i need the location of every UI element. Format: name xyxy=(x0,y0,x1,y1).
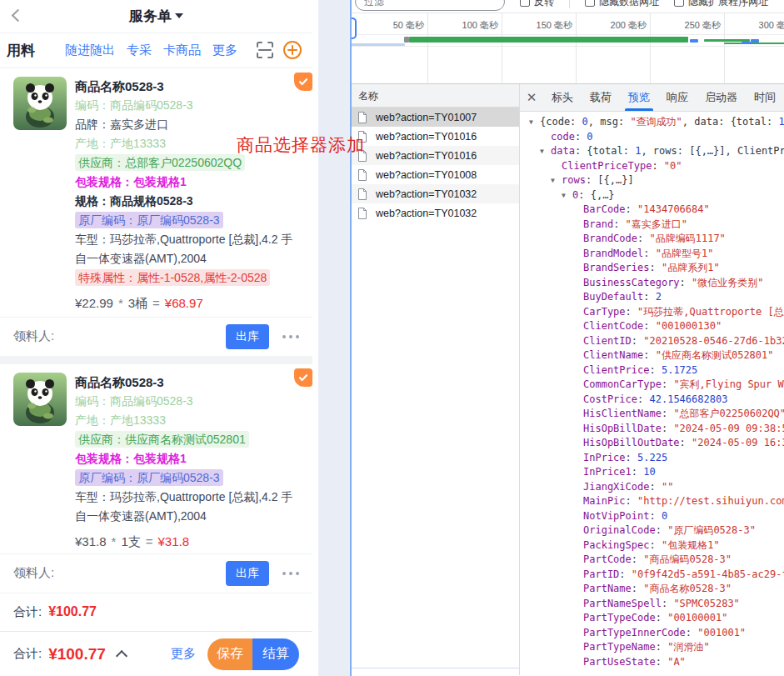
checkbox-label: 隐藏扩展程序网址 xyxy=(688,0,768,9)
save-button[interactable]: 保存 xyxy=(207,638,252,670)
request-name: web?action=TY01016 xyxy=(376,131,477,143)
product-attr-line: 特殊属性：属性-1-0528,属性-2-0528 xyxy=(75,268,299,288)
outbound-button[interactable]: 出库 xyxy=(226,561,269,586)
app-footer-bar: 合计: ¥100.77 更多 保存 结算 xyxy=(0,631,312,676)
picker-label: 领料人: xyxy=(13,565,226,581)
request-row[interactable]: web?action=TY01016 xyxy=(352,127,519,146)
timeline-tick-label: 50 毫秒 xyxy=(371,19,424,32)
back-icon[interactable] xyxy=(12,9,25,23)
filter-checkbox-1: 隐藏数据网址 xyxy=(585,0,659,9)
annotation-overlay-text: 商品选择器添加 xyxy=(237,133,365,157)
request-detail-pane: ✕ 标头载荷预览响应启动器时间 ▼{code: 0, msg: "查询成功", … xyxy=(520,84,784,675)
caret-down-icon[interactable] xyxy=(175,13,183,18)
request-row[interactable]: web?action=TY01032 xyxy=(352,184,519,203)
json-line: PartTypeInnerCode: "001001" xyxy=(520,626,784,641)
expand-arrow-icon[interactable]: ▼ xyxy=(540,144,551,159)
checkout-button[interactable]: 结算 xyxy=(252,638,299,670)
outbound-button[interactable]: 出库 xyxy=(226,324,269,349)
product-attr-tag: 原厂编码：原厂编码0528-3 xyxy=(75,212,223,228)
json-line: HisClientName: "总部客户02250602QQ" xyxy=(520,407,784,422)
product-attr-tag: 供应商：供应商名称测试052801 xyxy=(75,431,249,448)
overview-drag-handle[interactable] xyxy=(352,18,357,39)
json-line: InPrice1: 10 xyxy=(520,465,784,480)
json-line: ClientPrice: 5.1725 xyxy=(520,363,784,378)
close-icon[interactable]: ✕ xyxy=(520,84,543,111)
json-line: PartTypeName: "润滑油" xyxy=(520,640,784,655)
timeline-tick-label: 300 毫秒 xyxy=(742,19,784,32)
network-overview[interactable]: 50 毫秒100 毫秒150 毫秒200 毫秒250 毫秒300 毫秒 xyxy=(352,13,784,84)
json-line: ClientName: "供应商名称测试052801" xyxy=(520,348,784,363)
times-sign: * xyxy=(112,534,117,548)
json-line: JiangXiCode: "" xyxy=(520,480,784,495)
json-line: BarCode: "1434706684" xyxy=(520,203,784,218)
product-attr-line: 产地：产地13333 xyxy=(75,411,299,430)
screenshot-root: 服务单 用料 随进随出专采卡商品更多 商品名称0528-3编码：商品编码0528… xyxy=(0,0,784,676)
waterfall-bar xyxy=(724,43,784,44)
mobile-app-panel: 服务单 用料 随进随出专采卡商品更多 商品名称0528-3编码：商品编码0528… xyxy=(0,0,312,676)
toolbar-tab-1[interactable]: 专采 xyxy=(127,43,152,58)
detail-tab-1[interactable]: 载荷 xyxy=(582,84,620,111)
detail-tab-0[interactable]: 标头 xyxy=(543,84,582,111)
request-row[interactable]: web?action=TY01032 xyxy=(352,203,519,223)
request-name: web?action=TY01008 xyxy=(376,169,477,181)
more-dots-icon[interactable] xyxy=(282,572,299,575)
checkbox-icon[interactable] xyxy=(674,0,684,7)
request-list-header[interactable]: 名称 xyxy=(352,84,519,108)
page-title[interactable]: 服务单 xyxy=(129,7,172,26)
expand-arrow-icon[interactable]: ▼ xyxy=(551,173,562,188)
line-total: ¥68.97 xyxy=(165,296,203,310)
json-line: ClientCode: "001000130" xyxy=(520,319,784,334)
total-value: ¥100.77 xyxy=(48,645,106,663)
quantity: 3桶 xyxy=(128,296,147,310)
checkbox-icon[interactable] xyxy=(520,0,530,7)
document-icon xyxy=(357,188,372,200)
request-row[interactable]: web?action=TY01007 xyxy=(352,108,519,127)
add-plus-icon[interactable] xyxy=(282,40,302,60)
json-line: PartName: "商品名称0528-3" xyxy=(520,582,784,597)
product-attr-line: 原厂编码：原厂编码0528-3 xyxy=(75,468,299,488)
waterfall-bar xyxy=(742,42,752,44)
line-total: ¥31.8 xyxy=(158,534,190,548)
request-row[interactable]: web?action=TY01008 xyxy=(352,165,519,184)
collapse-chevron-icon[interactable] xyxy=(116,650,127,662)
product-image xyxy=(13,373,67,426)
json-line: HisOpBillOutDate: "2024-05-09 16:3 xyxy=(520,436,784,451)
times-sign: * xyxy=(118,296,123,310)
expand-arrow-icon[interactable]: ▼ xyxy=(529,115,540,130)
toolbar-tab-0[interactable]: 随进随出 xyxy=(65,43,115,58)
checkbox-icon[interactable] xyxy=(585,0,595,7)
checkbox-label: 隐藏数据网址 xyxy=(599,0,659,9)
request-row[interactable]: web?action=TY01016 xyxy=(352,146,519,165)
subtotal-value: ¥100.77 xyxy=(48,604,97,619)
more-dots-icon[interactable] xyxy=(282,335,299,338)
detail-tab-2[interactable]: 预览 xyxy=(620,84,658,111)
detail-tab-3[interactable]: 响应 xyxy=(658,84,697,111)
detail-tab-5[interactable]: 时间 xyxy=(746,84,784,111)
card-divider xyxy=(0,356,312,364)
product-title: 商品名称0528-3 xyxy=(75,373,299,392)
scan-icon[interactable] xyxy=(256,41,274,59)
toolbar-tab-3[interactable]: 更多 xyxy=(212,43,237,58)
json-line: MainPic: "http://test.sihuiyun.com xyxy=(520,494,784,509)
expand-arrow-icon[interactable]: ▼ xyxy=(562,188,572,203)
toolbar-tab-active[interactable]: 用料 xyxy=(7,41,35,60)
toolbar-tab-2[interactable]: 卡商品 xyxy=(163,43,201,58)
equals-sign: = xyxy=(146,534,153,548)
json-line: BrandSeries: "品牌系列1" xyxy=(520,261,784,276)
filter-input[interactable] xyxy=(355,0,505,11)
timeline-tick-label: 200 毫秒 xyxy=(593,19,647,32)
panel-gap xyxy=(318,0,350,676)
request-list: 名称 web?action=TY01007web?action=TY01016w… xyxy=(352,84,520,675)
network-filter-bar: 反转隐藏数据网址隐藏扩展程序网址 xyxy=(352,0,784,13)
json-line: ClientPriceType: "0" xyxy=(520,159,784,174)
filter-checkbox-2: 隐藏扩展程序网址 xyxy=(674,0,768,9)
more-link[interactable]: 更多 xyxy=(171,646,196,662)
selected-check-badge xyxy=(294,73,312,91)
detail-tab-4[interactable]: 启动器 xyxy=(697,84,746,111)
json-line: BrandCode: "品牌编码1117" xyxy=(520,232,784,247)
request-name: web?action=TY01032 xyxy=(376,208,477,219)
json-line: CostPrice: 42.1546682803 xyxy=(520,393,784,408)
document-icon xyxy=(357,169,372,181)
document-icon xyxy=(357,208,372,219)
json-line: BrandModel: "品牌型号1" xyxy=(520,247,784,262)
